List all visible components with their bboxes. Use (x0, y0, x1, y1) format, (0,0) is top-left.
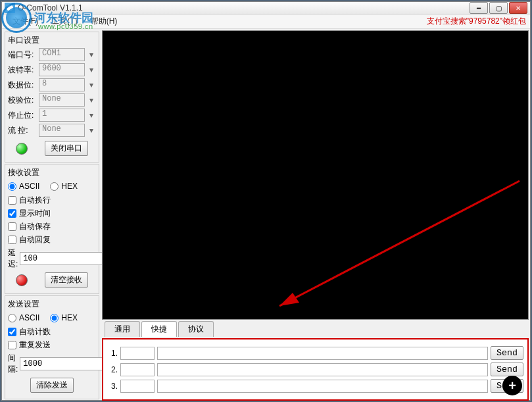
chevron-down-icon[interactable]: ▾ (87, 126, 96, 135)
tab-strip: 通用 快捷 协议 (102, 321, 529, 337)
recv-led-icon (16, 274, 28, 286)
send-button[interactable]: Send (491, 346, 523, 360)
minimize-button[interactable]: ━ (470, 2, 488, 14)
menu-help[interactable]: 帮助(H) (84, 14, 124, 28)
main-area: 通用 快捷 协议 1. Send 2. Send 3. (102, 30, 529, 401)
send-hex-radio[interactable]: HEX (50, 313, 78, 322)
add-row-button[interactable]: + (502, 376, 522, 395)
maximize-button[interactable]: ▢ (489, 2, 508, 14)
quick-row: 2. Send (107, 363, 523, 376)
row-number: 2. (107, 365, 118, 374)
quick-long-input[interactable] (157, 380, 488, 393)
recv-ascii-radio[interactable]: ASCII (8, 182, 39, 191)
stop-label: 停止位: (8, 110, 37, 121)
serial-legend: 串口设置 (8, 35, 96, 46)
flow-label: 流 控: (8, 125, 37, 136)
chevron-down-icon[interactable]: ▾ (87, 111, 96, 120)
quick-send-panel: 1. Send 2. Send 3. Send + (102, 338, 529, 401)
quick-short-input[interactable] (120, 363, 155, 376)
sidebar: 串口设置 端口号:COM1▾ 波特率:9600▾ 数据位:8▾ 校验位:None… (3, 30, 101, 401)
quick-short-input[interactable] (120, 347, 155, 360)
tab-quick[interactable]: 快捷 (141, 321, 177, 337)
chevron-down-icon[interactable]: ▾ (87, 80, 96, 89)
auto-count-checkbox[interactable]: 自动计数 (8, 326, 96, 338)
app-window: O-ComTool V1.1.1 ━ ▢ ✕ 文件(F) 工具(T) 帮助(H)… (1, 1, 531, 401)
send-settings: 发送设置 ASCII HEX 自动计数 重复发送 间隔:MS 清除发送 (5, 295, 99, 399)
terminal-output[interactable] (102, 30, 529, 320)
auto-reply-checkbox[interactable]: 自动回复 (8, 234, 96, 245)
send-ascii-radio[interactable]: ASCII (8, 313, 39, 322)
delay-label: 延迟: (8, 247, 18, 270)
repeat-send-checkbox[interactable]: 重复发送 (8, 339, 96, 351)
content-area: 串口设置 端口号:COM1▾ 波特率:9600▾ 数据位:8▾ 校验位:None… (2, 29, 530, 402)
chevron-down-icon[interactable]: ▾ (87, 65, 96, 74)
show-time-checkbox[interactable]: 显示时间 (8, 208, 96, 219)
menubar: 文件(F) 工具(T) 帮助(H) 支付宝搜索"9795782"领红包 (2, 14, 530, 29)
chevron-down-icon[interactable]: ▾ (87, 50, 96, 59)
data-label: 数据位: (8, 80, 37, 91)
quick-short-input[interactable] (120, 380, 155, 393)
quick-row: 1. Send (107, 346, 523, 360)
baud-label: 波特率: (8, 64, 37, 76)
quick-long-input[interactable] (157, 363, 488, 376)
receive-settings: 接收设置 ASCII HEX 自动换行 显示时间 自动保存 自动回复 延迟:MS… (5, 164, 99, 294)
window-title: O-ComTool V1.1.1 (18, 3, 470, 13)
data-select[interactable]: 8 (39, 78, 85, 91)
interval-label: 间隔: (8, 353, 18, 375)
send-button[interactable]: Send (491, 363, 523, 376)
svg-point-1 (7, 5, 13, 11)
auto-wrap-checkbox[interactable]: 自动换行 (8, 195, 96, 206)
titlebar: O-ComTool V1.1.1 ━ ▢ ✕ (2, 2, 530, 14)
port-label: 端口号: (8, 49, 37, 61)
flow-select[interactable]: None (39, 124, 85, 137)
menu-tool[interactable]: 工具(T) (45, 14, 84, 28)
send-legend: 发送设置 (8, 299, 96, 310)
stop-select[interactable]: 1 (39, 109, 85, 122)
parity-select[interactable]: None (39, 93, 85, 107)
tab-general[interactable]: 通用 (105, 321, 140, 337)
app-icon (5, 3, 15, 13)
row-number: 1. (107, 349, 118, 358)
port-select[interactable]: COM1 (39, 48, 85, 61)
promo-text: 支付宝搜索"9795782"领红包 (427, 16, 526, 27)
quick-row: 3. Send (107, 379, 523, 393)
chevron-down-icon[interactable]: ▾ (87, 95, 96, 105)
serial-settings: 串口设置 端口号:COM1▾ 波特率:9600▾ 数据位:8▾ 校验位:None… (5, 32, 99, 163)
menu-file[interactable]: 文件(F) (6, 14, 45, 28)
close-port-button[interactable]: 关闭串口 (45, 141, 88, 156)
parity-label: 校验位: (8, 95, 37, 106)
close-button[interactable]: ✕ (509, 2, 527, 14)
connection-led-icon (16, 143, 28, 155)
row-number: 3. (107, 382, 118, 391)
clear-recv-button[interactable]: 清空接收 (45, 272, 88, 288)
window-buttons: ━ ▢ ✕ (470, 2, 527, 14)
tab-protocol[interactable]: 协议 (178, 321, 214, 337)
quick-long-input[interactable] (157, 347, 488, 360)
clear-send-button[interactable]: 清除发送 (30, 378, 74, 393)
recv-hex-radio[interactable]: HEX (50, 182, 78, 191)
auto-save-checkbox[interactable]: 自动保存 (8, 221, 96, 232)
recv-legend: 接收设置 (8, 167, 96, 178)
baud-select[interactable]: 9600 (39, 63, 85, 76)
